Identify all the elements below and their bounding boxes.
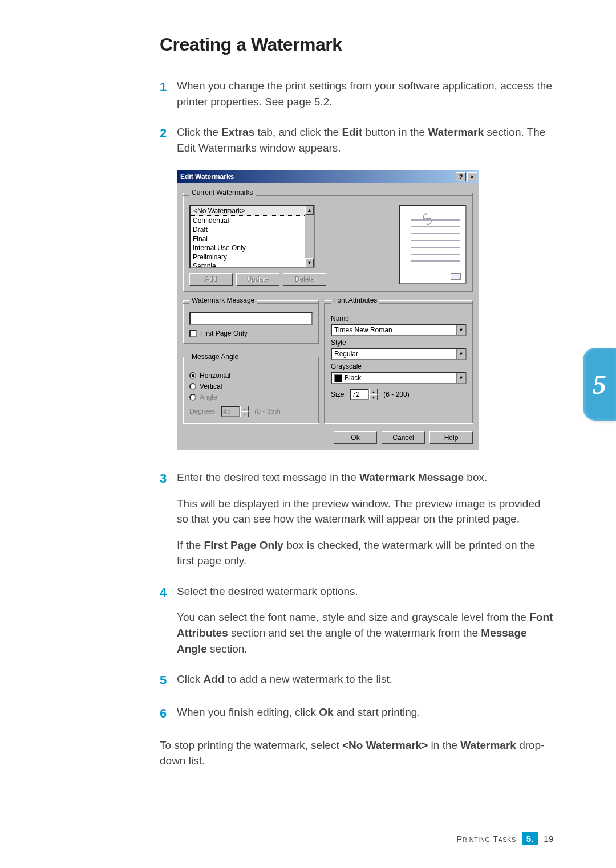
t: in the xyxy=(428,739,460,751)
degrees-input[interactable] xyxy=(221,406,240,417)
chevron-down-icon: ▼ xyxy=(456,349,465,359)
list-item[interactable]: <No Watermark> xyxy=(191,206,314,216)
watermark-preview: S xyxy=(399,205,467,284)
scroll-down-icon[interactable]: ▼ xyxy=(305,258,314,267)
spin-up-icon[interactable]: ▲ xyxy=(240,406,249,411)
radio-angle[interactable]: Angle xyxy=(189,393,313,401)
t: You can select the font name, style and … xyxy=(177,611,529,623)
list-item[interactable]: Sample xyxy=(191,262,314,268)
t: and start printing. xyxy=(334,706,420,718)
chapter-number: 5 xyxy=(593,369,606,400)
delete-button[interactable]: Delete xyxy=(283,273,326,286)
step-3-num: 3 xyxy=(160,470,177,569)
spin-down-icon[interactable]: ▼ xyxy=(369,394,378,400)
t: tab, and click the xyxy=(254,126,342,138)
watermarks-listbox[interactable]: <No Watermark> Confidential Draft Final … xyxy=(189,205,315,268)
font-name-value: Times New Roman xyxy=(334,326,392,334)
edit-watermarks-dialog: Edit Watermarks ? × Current Watermarks <… xyxy=(177,170,479,450)
step-5-num: 5 xyxy=(160,671,177,690)
t: Add xyxy=(203,673,224,685)
step-1-text: When you change the print settings from … xyxy=(177,78,553,109)
list-item[interactable]: Draft xyxy=(191,225,314,234)
list-item[interactable]: Internal Use Only xyxy=(191,243,314,252)
watermark-message-input[interactable] xyxy=(189,312,313,325)
footer-page-number: 19 xyxy=(544,834,553,843)
dialog-titlebar: Edit Watermarks ? × xyxy=(177,170,479,183)
size-input[interactable] xyxy=(350,389,369,400)
step-6-body: When you finish editing, click Ok and st… xyxy=(177,704,553,723)
t: To stop printing the watermark, select xyxy=(160,739,342,751)
dialog-title: Edit Watermarks xyxy=(180,173,234,181)
footer-section-name: Printing Tasks xyxy=(456,834,516,843)
t: Watermark xyxy=(460,739,516,751)
radio-vertical[interactable]: Vertical xyxy=(189,382,313,390)
font-attributes-group: Font Attributes Name Times New Roman▼ St… xyxy=(325,296,473,423)
update-button[interactable]: Update xyxy=(236,273,279,286)
font-style-select[interactable]: Regular▼ xyxy=(331,348,467,360)
step-3-body: Enter the desired text message in the Wa… xyxy=(177,470,553,569)
help-button[interactable]: Help xyxy=(429,431,473,444)
step-5-body: Click Add to add a new watermark to the … xyxy=(177,671,553,690)
chevron-down-icon: ▼ xyxy=(456,373,465,383)
step-3: 3 Enter the desired text message in the … xyxy=(160,470,553,569)
t: <No Watermark> xyxy=(342,739,428,751)
step-5: 5 Click Add to add a new watermark to th… xyxy=(160,671,553,690)
font-style-value: Regular xyxy=(334,350,358,358)
t: section. xyxy=(207,643,248,655)
step-2-body: Click the Extras tab, and click the Edit… xyxy=(177,124,553,156)
legend-current: Current Watermarks xyxy=(189,189,256,197)
t: to add a new watermark to the list. xyxy=(224,673,392,685)
size-range: (6 - 200) xyxy=(383,390,409,398)
degrees-range: (0 - 359) xyxy=(254,407,280,415)
t: If the xyxy=(177,539,204,551)
footer-chapter-box: 5. xyxy=(522,832,538,845)
step-4: 4 Select the desired watermark options. … xyxy=(160,584,553,657)
step-4-num: 4 xyxy=(160,584,177,657)
grayscale-label: Grayscale xyxy=(331,362,467,370)
cancel-button[interactable]: Cancel xyxy=(382,431,425,444)
radio-icon xyxy=(189,372,196,379)
first-page-label: First Page Only xyxy=(200,329,248,337)
list-item[interactable]: Confidential xyxy=(191,216,314,225)
step-6: 6 When you finish editing, click Ok and … xyxy=(160,704,553,723)
radio-label: Vertical xyxy=(200,382,222,390)
t: button in the xyxy=(362,126,428,138)
chevron-down-icon: ▼ xyxy=(456,325,465,335)
t: section and set the angle of the waterma… xyxy=(228,627,481,639)
degrees-label: Degrees xyxy=(189,407,215,415)
t: box. xyxy=(464,471,487,483)
scroll-up-icon[interactable]: ▲ xyxy=(305,206,314,215)
spin-down-icon[interactable]: ▼ xyxy=(240,411,249,417)
name-label: Name xyxy=(331,315,467,323)
t: Extras xyxy=(221,126,254,138)
degrees-stepper[interactable]: ▲▼ xyxy=(221,406,249,417)
page-footer: Printing Tasks 5.19 xyxy=(456,832,553,845)
first-page-only-checkbox[interactable]: First Page Only xyxy=(189,329,313,337)
add-button[interactable]: Add xyxy=(189,273,233,286)
grayscale-select[interactable]: Black▼ xyxy=(331,372,467,384)
legend-font: Font Attributes xyxy=(331,296,379,304)
ok-button[interactable]: Ok xyxy=(334,431,377,444)
help-icon[interactable]: ? xyxy=(456,172,466,181)
paper-icon xyxy=(451,273,461,280)
final-note: To stop printing the watermark, select <… xyxy=(160,737,553,769)
size-stepper[interactable]: ▲▼ xyxy=(350,389,378,400)
t: Click xyxy=(177,673,203,685)
listbox-scrollbar[interactable]: ▲ ▼ xyxy=(305,206,314,267)
t: Watermark xyxy=(428,126,484,138)
legend-msg: Watermark Message xyxy=(189,296,257,304)
close-icon[interactable]: × xyxy=(467,172,477,181)
step-2-num: 2 xyxy=(160,124,177,156)
page-title: Creating a Watermark xyxy=(160,34,553,55)
step-6-num: 6 xyxy=(160,704,177,723)
step-2: 2 Click the Extras tab, and click the Ed… xyxy=(160,124,553,156)
font-name-select[interactable]: Times New Roman▼ xyxy=(331,324,467,336)
spin-up-icon[interactable]: ▲ xyxy=(369,389,378,394)
t: Edit xyxy=(342,126,362,138)
style-label: Style xyxy=(331,339,467,347)
radio-horizontal[interactable]: Horizontal xyxy=(189,372,313,380)
watermark-message-group: Watermark Message First Page Only xyxy=(183,296,319,344)
list-item[interactable]: Preliminary xyxy=(191,252,314,262)
list-item[interactable]: Final xyxy=(191,234,314,243)
t: Watermark Message xyxy=(359,471,464,483)
